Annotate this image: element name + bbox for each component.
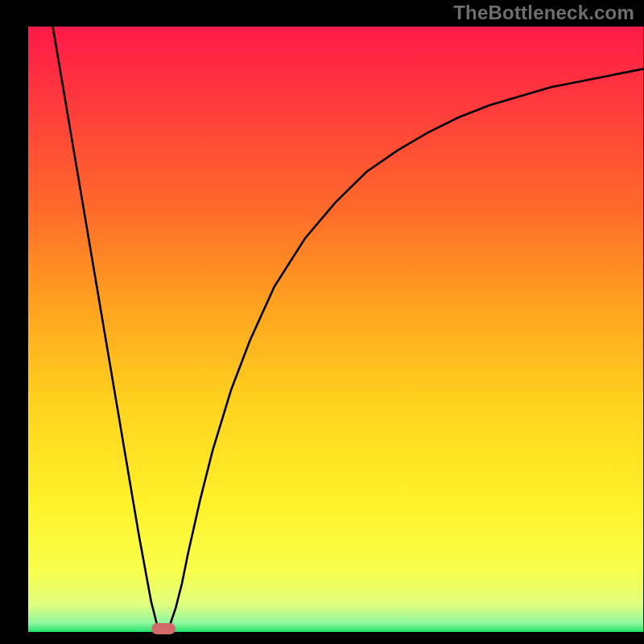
chart-svg (0, 0, 644, 644)
svg-rect-1 (151, 623, 175, 634)
watermark-text: TheBottleneck.com (453, 2, 634, 24)
chart-background-gradient (28, 27, 643, 632)
curve-minimum-marker (151, 623, 175, 634)
chart-frame: TheBottleneck.com (0, 0, 644, 644)
